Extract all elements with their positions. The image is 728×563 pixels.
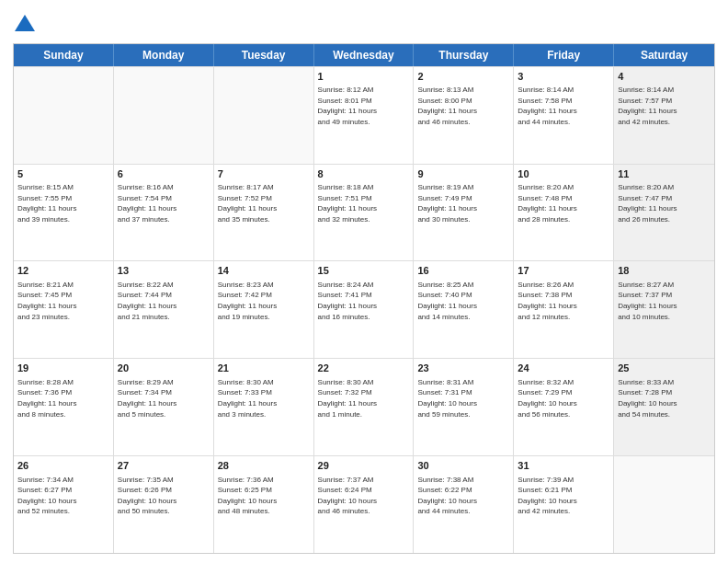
- calendar-day-2: 2Sunrise: 8:13 AM Sunset: 8:00 PM Daylig…: [414, 67, 514, 164]
- cell-info: Sunrise: 7:37 AM Sunset: 6:24 PM Dayligh…: [318, 475, 410, 517]
- calendar-day-empty: [14, 67, 114, 164]
- calendar-day-5: 5Sunrise: 8:15 AM Sunset: 7:55 PM Daylig…: [14, 165, 114, 261]
- day-number: 3: [518, 70, 609, 84]
- calendar-day-30: 30Sunrise: 7:38 AM Sunset: 6:22 PM Dayli…: [414, 456, 514, 553]
- cell-info: Sunrise: 8:22 AM Sunset: 7:44 PM Dayligh…: [118, 280, 210, 322]
- calendar-week-5: 26Sunrise: 7:34 AM Sunset: 6:27 PM Dayli…: [14, 455, 714, 553]
- cell-info: Sunrise: 8:24 AM Sunset: 7:41 PM Dayligh…: [318, 280, 410, 322]
- calendar-day-13: 13Sunrise: 8:22 AM Sunset: 7:44 PM Dayli…: [114, 261, 214, 358]
- calendar-day-6: 6Sunrise: 8:16 AM Sunset: 7:54 PM Daylig…: [114, 165, 214, 261]
- calendar-day-15: 15Sunrise: 8:24 AM Sunset: 7:41 PM Dayli…: [314, 261, 415, 358]
- day-number: 29: [318, 459, 410, 473]
- logo-text: [13, 13, 35, 38]
- day-number: 10: [518, 167, 609, 181]
- header-day-wednesday: Wednesday: [314, 44, 415, 66]
- day-number: 6: [118, 167, 210, 181]
- logo-triangle-icon: [15, 13, 35, 33]
- cell-info: Sunrise: 7:34 AM Sunset: 6:27 PM Dayligh…: [17, 475, 109, 517]
- calendar-day-25: 25Sunrise: 8:33 AM Sunset: 7:28 PM Dayli…: [614, 359, 714, 455]
- day-number: 19: [17, 362, 109, 375]
- day-number: 27: [118, 459, 210, 473]
- calendar-day-4: 4Sunrise: 8:14 AM Sunset: 7:57 PM Daylig…: [614, 67, 714, 164]
- cell-info: Sunrise: 8:19 AM Sunset: 7:49 PM Dayligh…: [417, 182, 509, 224]
- cell-info: Sunrise: 8:23 AM Sunset: 7:42 PM Dayligh…: [218, 280, 310, 322]
- calendar-day-11: 11Sunrise: 8:20 AM Sunset: 7:47 PM Dayli…: [614, 165, 714, 261]
- day-number: 25: [618, 362, 711, 375]
- header-day-friday: Friday: [514, 44, 614, 66]
- day-number: 16: [417, 264, 509, 278]
- cell-info: Sunrise: 8:20 AM Sunset: 7:47 PM Dayligh…: [618, 182, 711, 224]
- calendar-day-1: 1Sunrise: 8:12 AM Sunset: 8:01 PM Daylig…: [314, 67, 415, 164]
- day-number: 4: [618, 70, 711, 84]
- calendar-day-19: 19Sunrise: 8:28 AM Sunset: 7:36 PM Dayli…: [14, 359, 114, 455]
- calendar-day-18: 18Sunrise: 8:27 AM Sunset: 7:37 PM Dayli…: [614, 261, 714, 358]
- day-number: 12: [17, 264, 109, 278]
- cell-info: Sunrise: 8:12 AM Sunset: 8:01 PM Dayligh…: [318, 85, 410, 127]
- cell-info: Sunrise: 8:32 AM Sunset: 7:29 PM Dayligh…: [518, 377, 609, 419]
- calendar-day-17: 17Sunrise: 8:26 AM Sunset: 7:38 PM Dayli…: [514, 261, 614, 358]
- cell-info: Sunrise: 8:18 AM Sunset: 7:51 PM Dayligh…: [318, 182, 410, 224]
- day-number: 26: [17, 459, 109, 473]
- cell-info: Sunrise: 8:28 AM Sunset: 7:36 PM Dayligh…: [17, 377, 109, 419]
- calendar-day-21: 21Sunrise: 8:30 AM Sunset: 7:33 PM Dayli…: [214, 359, 314, 455]
- cell-info: Sunrise: 8:21 AM Sunset: 7:45 PM Dayligh…: [17, 280, 109, 322]
- calendar-day-8: 8Sunrise: 8:18 AM Sunset: 7:51 PM Daylig…: [314, 165, 415, 261]
- day-number: 11: [618, 167, 711, 181]
- day-number: 23: [417, 362, 509, 375]
- calendar-day-10: 10Sunrise: 8:20 AM Sunset: 7:48 PM Dayli…: [514, 165, 614, 261]
- day-number: 18: [618, 264, 711, 278]
- calendar-day-28: 28Sunrise: 7:36 AM Sunset: 6:25 PM Dayli…: [214, 456, 314, 553]
- calendar-day-24: 24Sunrise: 8:32 AM Sunset: 7:29 PM Dayli…: [514, 359, 614, 455]
- header-day-thursday: Thursday: [414, 44, 514, 66]
- calendar-day-22: 22Sunrise: 8:30 AM Sunset: 7:32 PM Dayli…: [314, 359, 415, 455]
- day-number: 7: [218, 167, 310, 181]
- cell-info: Sunrise: 8:26 AM Sunset: 7:38 PM Dayligh…: [518, 280, 609, 322]
- calendar-week-3: 12Sunrise: 8:21 AM Sunset: 7:45 PM Dayli…: [14, 260, 714, 358]
- day-number: 24: [518, 362, 609, 375]
- cell-info: Sunrise: 8:25 AM Sunset: 7:40 PM Dayligh…: [417, 280, 509, 322]
- cell-info: Sunrise: 8:30 AM Sunset: 7:33 PM Dayligh…: [218, 377, 310, 419]
- header-day-sunday: Sunday: [14, 44, 114, 66]
- day-number: 2: [417, 70, 509, 84]
- calendar-day-empty: [114, 67, 214, 164]
- day-number: 15: [318, 264, 410, 278]
- calendar-day-empty: [214, 67, 314, 164]
- header: [13, 9, 715, 38]
- cell-info: Sunrise: 7:38 AM Sunset: 6:22 PM Dayligh…: [417, 475, 509, 517]
- day-number: 13: [118, 264, 210, 278]
- cell-info: Sunrise: 8:30 AM Sunset: 7:32 PM Dayligh…: [318, 377, 410, 419]
- calendar-day-16: 16Sunrise: 8:25 AM Sunset: 7:40 PM Dayli…: [414, 261, 514, 358]
- day-number: 20: [118, 362, 210, 375]
- calendar-day-12: 12Sunrise: 8:21 AM Sunset: 7:45 PM Dayli…: [14, 261, 114, 358]
- svg-marker-0: [15, 15, 35, 31]
- calendar-day-29: 29Sunrise: 7:37 AM Sunset: 6:24 PM Dayli…: [314, 456, 415, 553]
- calendar-day-empty: [614, 456, 714, 553]
- day-number: 5: [17, 167, 109, 181]
- calendar-day-14: 14Sunrise: 8:23 AM Sunset: 7:42 PM Dayli…: [214, 261, 314, 358]
- day-number: 1: [318, 70, 410, 84]
- day-number: 22: [318, 362, 410, 375]
- cell-info: Sunrise: 8:33 AM Sunset: 7:28 PM Dayligh…: [618, 377, 711, 419]
- header-day-monday: Monday: [114, 44, 214, 66]
- day-number: 8: [318, 167, 410, 181]
- cell-info: Sunrise: 8:14 AM Sunset: 7:58 PM Dayligh…: [518, 85, 609, 127]
- cell-info: Sunrise: 8:20 AM Sunset: 7:48 PM Dayligh…: [518, 182, 609, 224]
- calendar-day-7: 7Sunrise: 8:17 AM Sunset: 7:52 PM Daylig…: [214, 165, 314, 261]
- day-number: 28: [218, 459, 310, 473]
- cell-info: Sunrise: 7:39 AM Sunset: 6:21 PM Dayligh…: [518, 475, 609, 517]
- calendar-header: SundayMondayTuesdayWednesdayThursdayFrid…: [14, 44, 714, 66]
- day-number: 21: [218, 362, 310, 375]
- logo: [13, 13, 35, 38]
- calendar-week-4: 19Sunrise: 8:28 AM Sunset: 7:36 PM Dayli…: [14, 358, 714, 455]
- calendar-day-9: 9Sunrise: 8:19 AM Sunset: 7:49 PM Daylig…: [414, 165, 514, 261]
- day-number: 9: [417, 167, 509, 181]
- cell-info: Sunrise: 8:17 AM Sunset: 7:52 PM Dayligh…: [218, 182, 310, 224]
- calendar-week-1: 1Sunrise: 8:12 AM Sunset: 8:01 PM Daylig…: [14, 66, 714, 164]
- calendar: SundayMondayTuesdayWednesdayThursdayFrid…: [13, 43, 715, 554]
- cell-info: Sunrise: 8:14 AM Sunset: 7:57 PM Dayligh…: [618, 85, 711, 127]
- cell-info: Sunrise: 7:35 AM Sunset: 6:26 PM Dayligh…: [118, 475, 210, 517]
- header-day-tuesday: Tuesday: [214, 44, 314, 66]
- calendar-day-23: 23Sunrise: 8:31 AM Sunset: 7:31 PM Dayli…: [414, 359, 514, 455]
- page: SundayMondayTuesdayWednesdayThursdayFrid…: [0, 0, 728, 563]
- day-number: 30: [417, 459, 509, 473]
